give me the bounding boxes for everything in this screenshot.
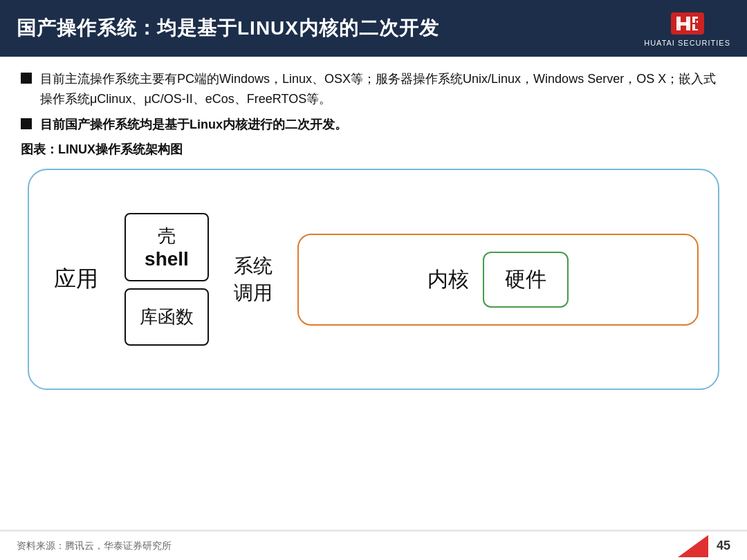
red-arrow-icon: [678, 535, 708, 557]
shell-top-text: 壳: [140, 224, 194, 248]
neike-yingjian-box: 内核 硬件: [297, 234, 699, 326]
linux-diagram: 应用 壳 shell 库函数 系统 调用 内核 硬件: [28, 169, 719, 390]
footer-source: 资料来源：腾讯云，华泰证券研究所: [17, 540, 172, 552]
footer: 资料来源：腾讯云，华泰证券研究所 45: [0, 530, 747, 560]
chart-label: 图表：LINUX操作系统架构图: [21, 141, 726, 158]
yingjian-box: 硬件: [483, 252, 569, 308]
svg-rect-5: [692, 24, 695, 30]
shell-lib-column: 壳 shell 库函数: [124, 213, 209, 346]
svg-rect-3: [686, 17, 690, 30]
logo-text: HUATAI SECURITIES: [644, 39, 730, 47]
slide-title: 国产操作系统：均是基于LINUX内核的二次开发: [17, 16, 439, 41]
svg-rect-6: [695, 17, 698, 19]
svg-marker-9: [678, 535, 708, 557]
slide-header: 国产操作系统：均是基于LINUX内核的二次开发 HUATAI SECURITIE…: [0, 0, 747, 57]
bullet-section: 目前主流操作系统主要有PC端的Windows，Linux、OSX等；服务器操作系…: [21, 69, 726, 134]
bullet-item-1: 目前主流操作系统主要有PC端的Windows，Linux、OSX等；服务器操作系…: [21, 69, 726, 109]
svg-rect-8: [695, 29, 698, 30]
bullet-square-1: [21, 73, 32, 84]
kuhanshu-box: 库函数: [124, 288, 209, 346]
diagram-inner: 应用 壳 shell 库函数 系统 调用 内核 硬件: [48, 213, 699, 346]
huatai-logo-icon: [668, 10, 707, 37]
bullet-square-2: [21, 118, 32, 129]
shell-box: 壳 shell: [124, 213, 209, 281]
yingyong-label: 应用: [48, 264, 104, 295]
svg-rect-4: [692, 17, 695, 23]
logo-area: HUATAI SECURITIES: [644, 10, 730, 47]
svg-rect-7: [697, 21, 698, 23]
bullet-text-1: 目前主流操作系统主要有PC端的Windows，Linux、OSX等；服务器操作系…: [40, 69, 726, 109]
bullet-text-2: 目前国产操作系统均是基于Linux内核进行的二次开发。: [40, 115, 347, 135]
xitong-label: 系统 调用: [225, 252, 281, 306]
shell-bottom-text: shell: [140, 248, 194, 270]
neike-label: 内核: [427, 265, 469, 294]
bullet-item-2: 目前国产操作系统均是基于Linux内核进行的二次开发。: [21, 115, 726, 135]
page-number: 45: [717, 539, 730, 553]
footer-right: 45: [678, 535, 730, 557]
main-content: 目前主流操作系统主要有PC端的Windows，Linux、OSX等；服务器操作系…: [0, 57, 747, 397]
